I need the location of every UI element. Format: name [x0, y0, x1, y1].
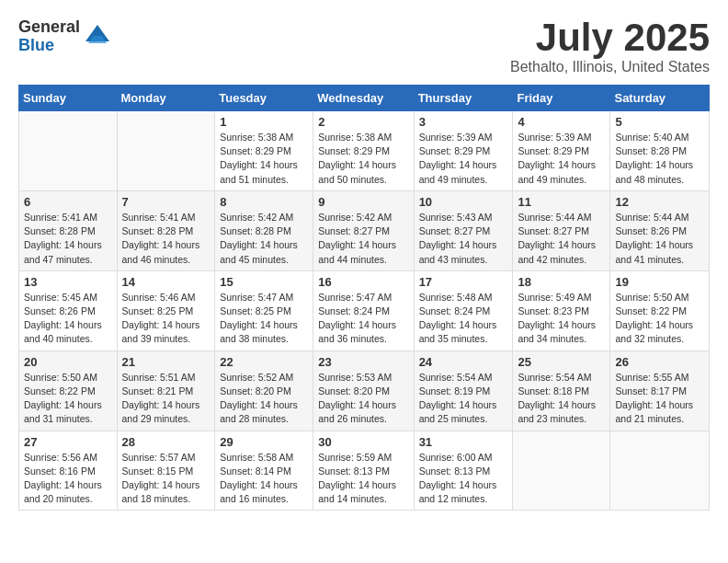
day-info: Sunrise: 5:39 AMSunset: 8:29 PMDaylight:… [518, 131, 605, 187]
day-number: 20 [24, 355, 112, 369]
calendar-cell: 22Sunrise: 5:52 AMSunset: 8:20 PMDayligh… [215, 350, 313, 431]
calendar-cell: 11Sunrise: 5:44 AMSunset: 8:27 PMDayligh… [513, 190, 610, 270]
day-number: 26 [615, 355, 704, 369]
day-info: Sunrise: 5:41 AMSunset: 8:28 PMDaylight:… [24, 211, 112, 267]
calendar-cell [513, 431, 610, 511]
day-info: Sunrise: 5:59 AMSunset: 8:13 PMDaylight:… [318, 451, 408, 507]
calendar-cell [19, 111, 118, 191]
calendar-cell: 26Sunrise: 5:55 AMSunset: 8:17 PMDayligh… [610, 350, 710, 431]
day-info: Sunrise: 5:45 AMSunset: 8:26 PMDaylight:… [24, 291, 112, 347]
calendar-table: SundayMondayTuesdayWednesdayThursdayFrid… [18, 85, 710, 511]
day-number: 6 [24, 195, 112, 209]
calendar-cell: 17Sunrise: 5:48 AMSunset: 8:24 PMDayligh… [414, 270, 513, 350]
day-number: 3 [419, 115, 508, 129]
day-number: 5 [615, 115, 704, 129]
day-number: 4 [518, 115, 605, 129]
logo-general-text: General [18, 18, 80, 37]
day-info: Sunrise: 5:42 AMSunset: 8:27 PMDaylight:… [318, 211, 408, 267]
calendar-cell: 19Sunrise: 5:50 AMSunset: 8:22 PMDayligh… [610, 270, 710, 350]
day-number: 28 [122, 435, 210, 449]
logo-icon [84, 23, 111, 51]
day-number: 14 [122, 275, 210, 289]
calendar-cell: 8Sunrise: 5:42 AMSunset: 8:28 PMDaylight… [215, 190, 313, 270]
day-number: 23 [318, 355, 408, 369]
day-info: Sunrise: 5:44 AMSunset: 8:26 PMDaylight:… [615, 211, 704, 267]
calendar-cell: 3Sunrise: 5:39 AMSunset: 8:29 PMDaylight… [414, 111, 513, 191]
day-info: Sunrise: 5:54 AMSunset: 8:19 PMDaylight:… [419, 371, 508, 427]
day-info: Sunrise: 5:47 AMSunset: 8:25 PMDaylight:… [220, 291, 308, 347]
calendar-week-row: 1Sunrise: 5:38 AMSunset: 8:29 PMDaylight… [19, 111, 710, 191]
calendar-cell: 20Sunrise: 5:50 AMSunset: 8:22 PMDayligh… [19, 350, 118, 431]
day-info: Sunrise: 5:44 AMSunset: 8:27 PMDaylight:… [518, 211, 605, 267]
day-info: Sunrise: 5:39 AMSunset: 8:29 PMDaylight:… [419, 131, 508, 187]
calendar-cell [117, 111, 215, 191]
calendar-cell: 14Sunrise: 5:46 AMSunset: 8:25 PMDayligh… [117, 270, 215, 350]
calendar-cell: 1Sunrise: 5:38 AMSunset: 8:29 PMDaylight… [215, 111, 313, 191]
day-info: Sunrise: 5:57 AMSunset: 8:15 PMDaylight:… [122, 451, 210, 507]
day-number: 19 [615, 275, 704, 289]
day-info: Sunrise: 5:54 AMSunset: 8:18 PMDaylight:… [518, 371, 605, 427]
day-number: 21 [122, 355, 210, 369]
calendar-cell: 16Sunrise: 5:47 AMSunset: 8:24 PMDayligh… [313, 270, 414, 350]
day-number: 15 [220, 275, 308, 289]
day-number: 18 [518, 275, 605, 289]
day-number: 11 [518, 195, 605, 209]
calendar-cell: 29Sunrise: 5:58 AMSunset: 8:14 PMDayligh… [215, 431, 313, 511]
calendar-week-row: 13Sunrise: 5:45 AMSunset: 8:26 PMDayligh… [19, 270, 710, 350]
calendar-cell: 10Sunrise: 5:43 AMSunset: 8:27 PMDayligh… [414, 190, 513, 270]
day-info: Sunrise: 5:56 AMSunset: 8:16 PMDaylight:… [24, 451, 112, 507]
calendar-cell: 13Sunrise: 5:45 AMSunset: 8:26 PMDayligh… [19, 270, 118, 350]
calendar-cell: 12Sunrise: 5:44 AMSunset: 8:26 PMDayligh… [610, 190, 710, 270]
weekday-header-row: SundayMondayTuesdayWednesdayThursdayFrid… [19, 86, 710, 111]
calendar-cell: 31Sunrise: 6:00 AMSunset: 8:13 PMDayligh… [414, 431, 513, 511]
day-info: Sunrise: 5:52 AMSunset: 8:20 PMDaylight:… [220, 371, 308, 427]
weekday-header-saturday: Saturday [610, 86, 710, 111]
day-number: 10 [419, 195, 508, 209]
month-title: July 2025 [510, 18, 710, 57]
calendar-cell: 23Sunrise: 5:53 AMSunset: 8:20 PMDayligh… [313, 350, 414, 431]
day-number: 17 [419, 275, 508, 289]
day-info: Sunrise: 5:58 AMSunset: 8:14 PMDaylight:… [220, 451, 308, 507]
day-info: Sunrise: 5:43 AMSunset: 8:27 PMDaylight:… [419, 211, 508, 267]
day-info: Sunrise: 5:40 AMSunset: 8:28 PMDaylight:… [615, 131, 704, 187]
calendar-cell: 24Sunrise: 5:54 AMSunset: 8:19 PMDayligh… [414, 350, 513, 431]
weekday-header-tuesday: Tuesday [215, 86, 313, 111]
calendar-body: 1Sunrise: 5:38 AMSunset: 8:29 PMDaylight… [19, 111, 710, 511]
logo-blue-text: Blue [18, 37, 80, 55]
weekday-header-thursday: Thursday [414, 86, 513, 111]
calendar-cell: 2Sunrise: 5:38 AMSunset: 8:29 PMDaylight… [313, 111, 414, 191]
day-info: Sunrise: 5:38 AMSunset: 8:29 PMDaylight:… [220, 131, 308, 187]
calendar-cell: 15Sunrise: 5:47 AMSunset: 8:25 PMDayligh… [215, 270, 313, 350]
calendar-cell: 9Sunrise: 5:42 AMSunset: 8:27 PMDaylight… [313, 190, 414, 270]
calendar-cell: 7Sunrise: 5:41 AMSunset: 8:28 PMDaylight… [117, 190, 215, 270]
page-header: General Blue July 2025 Bethalto, Illinoi… [18, 18, 710, 75]
day-number: 29 [220, 435, 308, 449]
day-info: Sunrise: 5:53 AMSunset: 8:20 PMDaylight:… [318, 371, 408, 427]
day-number: 16 [318, 275, 408, 289]
calendar-cell: 6Sunrise: 5:41 AMSunset: 8:28 PMDaylight… [19, 190, 118, 270]
weekday-header-wednesday: Wednesday [313, 86, 414, 111]
calendar-cell [610, 431, 710, 511]
title-area: July 2025 Bethalto, Illinois, United Sta… [510, 18, 710, 75]
day-info: Sunrise: 5:50 AMSunset: 8:22 PMDaylight:… [615, 291, 704, 347]
calendar-header: SundayMondayTuesdayWednesdayThursdayFrid… [19, 86, 710, 111]
day-info: Sunrise: 5:48 AMSunset: 8:24 PMDaylight:… [419, 291, 508, 347]
calendar-week-row: 6Sunrise: 5:41 AMSunset: 8:28 PMDaylight… [19, 190, 710, 270]
calendar-cell: 21Sunrise: 5:51 AMSunset: 8:21 PMDayligh… [117, 350, 215, 431]
calendar-cell: 18Sunrise: 5:49 AMSunset: 8:23 PMDayligh… [513, 270, 610, 350]
day-info: Sunrise: 5:50 AMSunset: 8:22 PMDaylight:… [24, 371, 112, 427]
day-number: 12 [615, 195, 704, 209]
calendar-cell: 25Sunrise: 5:54 AMSunset: 8:18 PMDayligh… [513, 350, 610, 431]
day-info: Sunrise: 5:42 AMSunset: 8:28 PMDaylight:… [220, 211, 308, 267]
calendar-cell: 27Sunrise: 5:56 AMSunset: 8:16 PMDayligh… [19, 431, 118, 511]
day-number: 30 [318, 435, 408, 449]
day-number: 1 [220, 115, 308, 129]
day-info: Sunrise: 5:46 AMSunset: 8:25 PMDaylight:… [122, 291, 210, 347]
day-number: 8 [220, 195, 308, 209]
day-number: 13 [24, 275, 112, 289]
calendar-cell: 30Sunrise: 5:59 AMSunset: 8:13 PMDayligh… [313, 431, 414, 511]
day-info: Sunrise: 5:47 AMSunset: 8:24 PMDaylight:… [318, 291, 408, 347]
day-info: Sunrise: 5:38 AMSunset: 8:29 PMDaylight:… [318, 131, 408, 187]
day-info: Sunrise: 5:49 AMSunset: 8:23 PMDaylight:… [518, 291, 605, 347]
day-number: 7 [122, 195, 210, 209]
